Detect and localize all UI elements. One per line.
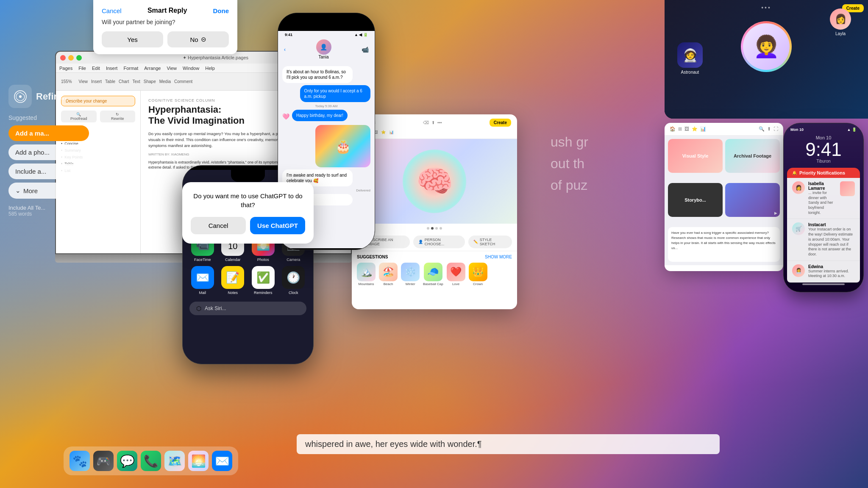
status-time: 9:41 (285, 33, 292, 37)
minimize-button[interactable] (68, 55, 74, 61)
chatgpt-buttons: Cancel Use ChatGPT (191, 217, 305, 234)
more-button[interactable]: ⌄ More (8, 183, 68, 199)
storyboard-card[interactable]: Storybo... (668, 183, 723, 217)
notif-item-1[interactable]: 👩 Isabella Lamarre ... invite for dinner… (787, 178, 860, 219)
menu-window[interactable]: Window (183, 66, 199, 71)
dot-1[interactable] (427, 227, 429, 230)
notif-1-avatar: 👩 (792, 181, 805, 194)
smart-reply-done[interactable]: Done (213, 7, 229, 14)
toolbar-comment[interactable]: Comment (174, 79, 192, 84)
storyboard-text-area: Have you ever had a song trigger a speci… (668, 227, 780, 262)
message-1: It's about an hour to Bolinas, so I'll p… (282, 66, 353, 83)
reminders-app[interactable]: ✅ Reminders (250, 266, 276, 295)
video-preview-card[interactable]: ▶ (725, 183, 780, 217)
menu-file[interactable]: File (78, 66, 86, 71)
close-button[interactable] (60, 55, 66, 61)
messages-back-button[interactable]: ‹ (284, 47, 286, 53)
tool-more[interactable]: ••• (437, 120, 442, 125)
chatgpt-cancel-button[interactable]: Cancel (191, 217, 246, 234)
zoom-level[interactable]: 155% (61, 79, 72, 84)
fullscreen-button[interactable] (76, 55, 82, 61)
menu-edit[interactable]: Edit (92, 66, 100, 71)
control-style[interactable]: ✏️STYLE SKETCH (468, 236, 512, 248)
tool-img[interactable]: 🖼 (684, 126, 689, 132)
toolbar-view[interactable]: View (79, 79, 88, 84)
chip-winter[interactable]: ❄️ Winter (401, 263, 420, 286)
visual-style-card[interactable]: Visual Style (668, 139, 723, 173)
dock-maps[interactable]: 🗺️ (164, 451, 185, 471)
toolbar-chart[interactable]: Chart (119, 79, 129, 84)
ai-logo-area: Refin... (8, 85, 102, 108)
menu-pages[interactable]: Pages (59, 66, 72, 71)
menu-view[interactable]: View (167, 66, 177, 71)
smart-reply-cancel[interactable]: Cancel (102, 7, 122, 14)
tool-undo[interactable]: ⌫ (423, 120, 429, 125)
menu-arrange[interactable]: Arrange (144, 66, 161, 71)
lock-time-status: Mon 10 (790, 128, 804, 132)
notif-item-3[interactable]: 👩‍💼 Edwina Summer interns arrived. Meeti… (787, 261, 860, 283)
playground-create-button[interactable]: Create (490, 119, 511, 127)
clock-app[interactable]: 🕐 Clock (281, 266, 307, 295)
video-call-button[interactable]: 📹 (362, 46, 369, 53)
notif-header: 🔔 Priority Notifications (787, 168, 860, 178)
tool-grid[interactable]: ⊞ (678, 126, 682, 132)
dock-mail[interactable]: ✉️ (212, 451, 232, 471)
clock-label: Clock (289, 291, 298, 295)
toolbar-table[interactable]: Table (105, 79, 115, 84)
chatgpt-use-button[interactable]: Use ChatGPT (250, 217, 305, 234)
toolbar-shape[interactable]: Shape (144, 79, 156, 84)
toolbar-text[interactable]: Text (132, 79, 140, 84)
include-button[interactable]: Include a... (8, 164, 89, 179)
dock-messages[interactable]: 💬 (117, 451, 137, 471)
chip-mountains[interactable]: 🏔️ Mountains (357, 263, 376, 286)
toolbar-insert[interactable]: Insert (91, 79, 102, 84)
smart-reply-no-button[interactable]: No ⊝ (167, 31, 229, 47)
notif-1-sender: Isabella Lamarre (808, 181, 837, 191)
mail-app[interactable]: ✉️ Mail (189, 266, 216, 295)
dock-phone[interactable]: 📞 (141, 451, 161, 471)
siri-bar[interactable]: ⬡ Ask Siri... (189, 302, 306, 315)
tool-search[interactable]: 🔍 (759, 126, 765, 132)
svg-point-1 (19, 95, 22, 98)
sub-tool-4[interactable]: ⭐ (381, 130, 386, 134)
menu-help[interactable]: Help (205, 66, 215, 71)
tool-chart[interactable]: 📊 (700, 126, 706, 132)
astronaut-app-icon[interactable]: 🧑‍🚀 (677, 42, 703, 68)
chip-love[interactable]: ❤️ Love (447, 263, 465, 286)
chip-baseball[interactable]: 🧢 Baseball Cap (423, 263, 443, 286)
dock-photos[interactable]: 🌅 (188, 451, 209, 471)
add-photo-button[interactable]: Add a pho... (8, 144, 89, 160)
show-more-button[interactable]: SHOW MORE (485, 255, 512, 259)
chip-crown[interactable]: 👑 Crown (469, 263, 487, 286)
dot-4[interactable] (440, 227, 442, 230)
overlay-text-2: out th (551, 153, 588, 175)
dot-2[interactable] (431, 227, 434, 230)
rewrite-btn[interactable]: ↻ Rewrite (100, 111, 136, 122)
chip-winter-label: Winter (405, 282, 415, 286)
smart-reply-yes-button[interactable]: Yes (102, 31, 163, 47)
menu-insert[interactable]: Insert (106, 66, 118, 71)
contact-name: Tania (319, 55, 329, 59)
refine-label: Refin... (36, 91, 67, 102)
playground-carousel-dots (352, 224, 517, 233)
tool-share2[interactable]: ⬆ (767, 126, 771, 132)
ipad-dots-menu[interactable]: ••• (761, 4, 771, 11)
chip-beach[interactable]: 🏖️ Beach (379, 263, 398, 286)
bottom-paragraph: whispered in awe, her eyes wide with won… (297, 434, 720, 454)
notes-app[interactable]: 📝 Notes (220, 266, 246, 295)
dock-launchpad[interactable]: 🎮 (93, 451, 114, 471)
notif-item-2[interactable]: 🛒 Instacart Your Instacart order is on t… (787, 219, 860, 261)
menu-format[interactable]: Format (123, 66, 138, 71)
add-map-button[interactable]: Add a ma... (8, 125, 89, 141)
tool-expand[interactable]: ⛶ (773, 126, 778, 132)
contact-avatar: 👤 (316, 39, 331, 55)
archival-footage-card[interactable]: Archival Footage (725, 139, 780, 173)
dock-finder[interactable]: 🐾 (70, 451, 90, 471)
control-person[interactable]: 👤PERSON CHOOSE... (413, 236, 465, 248)
toolbar-media[interactable]: Media (159, 79, 171, 84)
tool-star[interactable]: ⭐ (692, 126, 698, 132)
tool-home[interactable]: 🏠 (670, 126, 676, 132)
dot-3[interactable] (435, 227, 438, 230)
sub-tool-5[interactable]: 📊 (389, 130, 394, 134)
tool-share[interactable]: ⬆ (431, 120, 435, 125)
